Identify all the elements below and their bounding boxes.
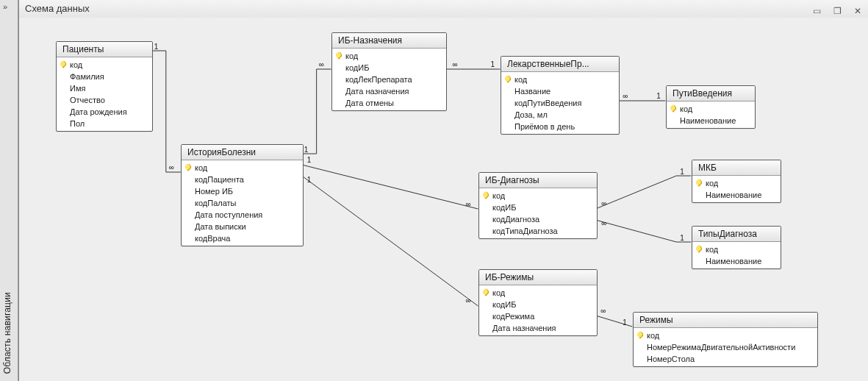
- table-field[interactable]: Дата назначения: [479, 322, 597, 334]
- table-routes[interactable]: ПутиВведениякодНаименование: [666, 85, 756, 129]
- table-field[interactable]: Дата отмены: [332, 97, 446, 109]
- table-field-list: кодкодПациентаНомер ИБкодПалатыДата пост…: [182, 160, 303, 246]
- table-field[interactable]: Имя: [57, 82, 152, 94]
- table-field[interactable]: кодВрача: [182, 232, 303, 244]
- table-header[interactable]: ПутиВведения: [667, 86, 755, 102]
- svg-text:∞: ∞: [623, 92, 628, 100]
- table-ib-diagnoses[interactable]: ИБ-ДиагнозыкодкодИБкодДиагнозакодТипаДиа…: [478, 172, 598, 239]
- svg-text:∞: ∞: [319, 60, 324, 68]
- svg-text:∞: ∞: [465, 296, 470, 305]
- table-header[interactable]: ЛекарственныеПр...: [501, 57, 619, 72]
- table-field[interactable]: кодИБ: [332, 62, 446, 74]
- table-field[interactable]: Пол: [57, 118, 152, 129]
- table-field[interactable]: НомерСтола: [634, 353, 817, 365]
- table-field[interactable]: Фамилия: [57, 71, 152, 82]
- table-field[interactable]: кодПутиВведения: [501, 97, 619, 109]
- svg-text:1: 1: [680, 234, 684, 242]
- primary-key-field[interactable]: код: [692, 177, 781, 189]
- table-ib-modes[interactable]: ИБ-РежимыкодкодИБкодРежимаДата назначени…: [478, 269, 598, 336]
- primary-key-field[interactable]: код: [634, 330, 817, 341]
- table-field-list: кодНаименование: [692, 176, 781, 202]
- primary-key-field[interactable]: код: [667, 103, 755, 115]
- svg-text:1: 1: [307, 156, 312, 164]
- primary-key-field[interactable]: код: [57, 59, 152, 71]
- table-field[interactable]: кодТипаДиагноза: [479, 225, 597, 237]
- table-field[interactable]: Наименование: [667, 115, 755, 127]
- table-field-list: кодкодИБкодРежимаДата назначения: [479, 285, 597, 335]
- table-field[interactable]: Приёмов в день: [501, 121, 619, 132]
- table-field[interactable]: кодРежима: [479, 310, 597, 322]
- table-header[interactable]: Пациенты: [57, 42, 152, 57]
- svg-text:1: 1: [304, 146, 309, 154]
- table-field[interactable]: кодДиагноза: [479, 213, 597, 225]
- app-root: » Область навигации Схема данных ▭ ❐ ✕ 1…: [0, 0, 868, 381]
- table-field[interactable]: Дата рождения: [57, 106, 152, 118]
- navigation-pane[interactable]: » Область навигации: [0, 0, 18, 381]
- svg-text:∞: ∞: [601, 219, 606, 227]
- svg-text:1: 1: [154, 43, 159, 51]
- table-header[interactable]: ИБ-Назначения: [332, 33, 446, 49]
- primary-key-field[interactable]: код: [332, 50, 446, 62]
- svg-text:1: 1: [680, 168, 684, 176]
- table-mkb[interactable]: МКБкодНаименование: [692, 160, 781, 203]
- table-ib-prescriptions[interactable]: ИБ-НазначениякодкодИБкодЛекПрепаратаДата…: [331, 32, 447, 111]
- table-field[interactable]: Дата поступления: [182, 209, 303, 221]
- window-titlebar[interactable]: Схема данных ▭ ❐ ✕: [19, 0, 868, 18]
- svg-text:∞: ∞: [452, 60, 457, 68]
- table-field[interactable]: Доза, мл: [501, 109, 619, 121]
- nav-expand-icon[interactable]: »: [3, 2, 7, 11]
- nav-pane-label: Область навигации: [2, 292, 12, 374]
- table-field[interactable]: кодИБ: [479, 299, 597, 310]
- svg-text:1: 1: [656, 92, 661, 100]
- table-field[interactable]: Номер ИБ: [182, 185, 303, 197]
- table-field[interactable]: кодПалаты: [182, 197, 303, 209]
- table-patients[interactable]: ПациентыкодФамилияИмяОтчествоДата рожден…: [56, 41, 153, 132]
- svg-text:∞: ∞: [600, 307, 606, 315]
- svg-text:1: 1: [490, 60, 495, 68]
- table-history[interactable]: ИсторияБолезникодкодПациентаНомер ИБкодП…: [181, 144, 304, 246]
- table-header[interactable]: ИБ-Диагнозы: [479, 173, 597, 188]
- primary-key-field[interactable]: код: [479, 190, 597, 202]
- table-header[interactable]: Режимы: [634, 313, 817, 328]
- table-diag-types[interactable]: ТипыДиагнозакодНаименование: [692, 226, 781, 269]
- table-field-list: кодФамилияИмяОтчествоДата рожденияПол: [57, 57, 152, 131]
- relationships-window: Схема данных ▭ ❐ ✕ 1 ∞ 1 ∞ 1 ∞: [18, 0, 868, 381]
- table-field-list: кодкодИБкодДиагнозакодТипаДиагноза: [479, 188, 597, 238]
- table-field[interactable]: кодИБ: [479, 202, 597, 213]
- svg-text:1: 1: [307, 176, 312, 184]
- table-drugs[interactable]: ЛекарственныеПр...кодНазваниекодПутиВвед…: [501, 56, 620, 135]
- table-header[interactable]: ИБ-Режимы: [479, 270, 597, 285]
- table-field[interactable]: Наименование: [692, 255, 781, 267]
- table-field[interactable]: Наименование: [692, 189, 781, 201]
- table-field[interactable]: Название: [501, 85, 619, 97]
- table-field-list: кодНазваниекодПутиВведенияДоза, млПриёмо…: [501, 72, 619, 134]
- table-field[interactable]: кодПациента: [182, 174, 303, 185]
- window-title-text: Схема данных: [25, 3, 90, 14]
- table-field[interactable]: Дата выписки: [182, 221, 303, 232]
- table-modes[interactable]: РежимыкодНомерРежимаДвигательнойАктивнос…: [633, 312, 818, 367]
- svg-text:∞: ∞: [465, 200, 470, 208]
- table-field[interactable]: кодЛекПрепарата: [332, 74, 446, 85]
- table-header[interactable]: ИсторияБолезни: [182, 145, 303, 160]
- svg-text:∞: ∞: [169, 163, 174, 171]
- table-field-list: кодНаименование: [692, 242, 781, 268]
- primary-key-field[interactable]: код: [479, 287, 597, 299]
- table-field[interactable]: Дата назначения: [332, 85, 446, 97]
- primary-key-field[interactable]: код: [501, 74, 619, 85]
- diagram-canvas[interactable]: 1 ∞ 1 ∞ 1 ∞ 1 ∞ ∞ 1 ∞: [19, 18, 868, 381]
- table-header[interactable]: ТипыДиагноза: [692, 227, 781, 242]
- table-field-list: кодкодИБкодЛекПрепаратаДата назначенияДа…: [332, 49, 446, 110]
- primary-key-field[interactable]: код: [692, 243, 781, 255]
- svg-text:∞: ∞: [601, 199, 606, 207]
- svg-text:1: 1: [623, 318, 627, 327]
- table-field-list: кодНомерРежимаДвигательнойАктивностиНоме…: [634, 328, 817, 366]
- table-field-list: кодНаименование: [667, 102, 755, 128]
- primary-key-field[interactable]: код: [182, 162, 303, 174]
- table-field[interactable]: Отчество: [57, 94, 152, 106]
- table-header[interactable]: МКБ: [692, 160, 781, 176]
- table-field[interactable]: НомерРежимаДвигательнойАктивности: [634, 341, 817, 353]
